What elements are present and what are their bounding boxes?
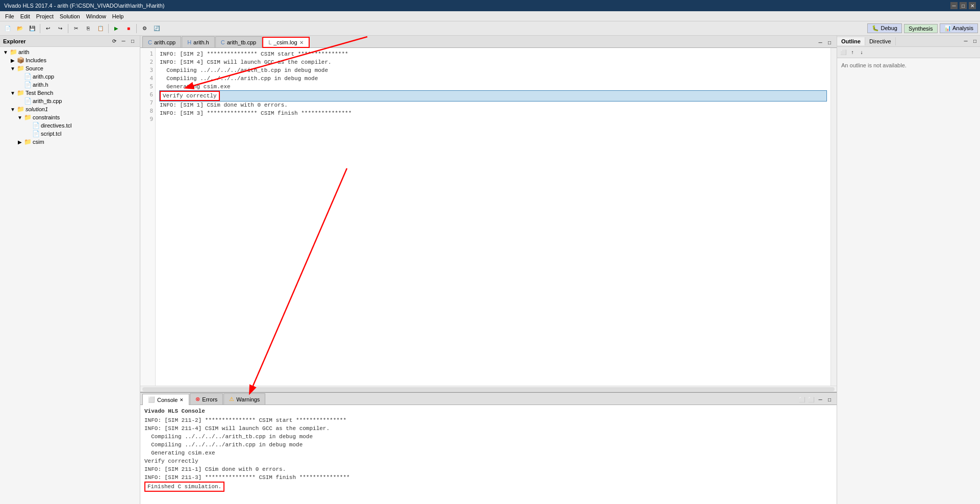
hscroll-bar[interactable]: [142, 387, 835, 391]
console-maximize-icon[interactable]: □: [825, 395, 834, 404]
toolbar-run[interactable]: ▶: [111, 23, 122, 34]
tab-arith-h-icon: H: [187, 39, 191, 45]
console-icon-1[interactable]: ⬜: [798, 395, 806, 404]
log-content[interactable]: INFO: [SIM 2] *************** CSIM start…: [156, 48, 831, 386]
toolbar-stop[interactable]: ■: [123, 23, 134, 34]
outline-toolbar-btn-2[interactable]: ↑: [848, 48, 857, 57]
right-tab-directive[interactable]: Directive: [865, 37, 896, 45]
toolbar-new[interactable]: 📄: [2, 23, 13, 34]
toolbar-open[interactable]: 📂: [14, 23, 26, 34]
close-button[interactable]: ✕: [969, 2, 976, 9]
explorer-sync-icon[interactable]: ⟳: [110, 37, 118, 45]
tree-item-csim[interactable]: ▶ 📁 csim: [0, 138, 140, 146]
outline-toolbar-btn-3[interactable]: ↓: [858, 48, 866, 57]
title-bar-text: Vivado HLS 2017.4 - arith (F:\CSDN_VIVAD…: [4, 3, 950, 9]
tree-item-arith-cpp[interactable]: 📄 arith.cpp: [0, 72, 140, 81]
editor-minimize-icon[interactable]: ─: [816, 38, 824, 46]
console-output[interactable]: Vivado HLS Console INFO: [SIM 211-2] ***…: [140, 405, 837, 504]
toolbar-paste[interactable]: 📋: [95, 23, 106, 34]
editor-maximize-icon[interactable]: □: [825, 38, 834, 46]
log-line-8: INFO: [SIM 3] *************** CSIM finis…: [160, 109, 826, 117]
tab-csim-log-icon: L: [268, 39, 271, 45]
right-panel-maximize[interactable]: □: [971, 37, 979, 45]
toolbar-save[interactable]: 💾: [27, 23, 38, 34]
toolbar-undo[interactable]: ↩: [42, 23, 54, 34]
debug-button[interactable]: 🐛 Debug: [867, 23, 901, 33]
tab-arith-h[interactable]: H arith.h: [182, 36, 215, 47]
arith-label: arith: [18, 49, 29, 55]
console-icon-2[interactable]: ⬜: [807, 395, 815, 404]
console-tab-console-close[interactable]: ✕: [180, 397, 184, 402]
tree-item-directives[interactable]: 📄 directives.tcl: [0, 121, 140, 130]
synthesis-button[interactable]: Synthesis: [904, 24, 938, 33]
tree-item-arith[interactable]: ▼ 📁 arith: [0, 48, 140, 56]
right-panel-minimize[interactable]: ─: [962, 37, 970, 45]
console-tab-console[interactable]: ⬜ Console ✕: [142, 394, 189, 405]
csim-label: csim: [33, 139, 44, 145]
tree-item-source[interactable]: ▼ 📁 Source: [0, 64, 140, 72]
menu-edit[interactable]: Edit: [17, 12, 33, 20]
testbench-expand-arrow[interactable]: ▼: [9, 90, 16, 96]
arith-cpp-icon: 📄: [23, 73, 32, 80]
csim-folder-icon: 📁: [23, 138, 32, 145]
tree-item-testbench[interactable]: ▼ 📁 Test Bench: [0, 89, 140, 97]
menu-bar: File Edit Project Solution Window Help: [0, 11, 980, 21]
arith-expand-arrow[interactable]: ▼: [2, 49, 9, 55]
tree-item-script[interactable]: 📄 script.tcl: [0, 130, 140, 138]
analysis-button[interactable]: 📊 Analysis: [940, 23, 978, 33]
console-line-4: Compiling ../../../../arith.cpp in debug…: [144, 441, 833, 449]
menu-window[interactable]: Window: [83, 12, 109, 20]
tree-item-constraints[interactable]: ▼ 📁 constraints: [0, 113, 140, 121]
toolbar-sim[interactable]: 🔄: [151, 23, 162, 34]
arith-h-label: arith.h: [33, 82, 48, 88]
editor-vscroll[interactable]: [831, 48, 837, 386]
editor-tabs: C arith.cpp H arith.h C arith_tb.cpp L _…: [140, 36, 837, 48]
editor-area: C arith.cpp H arith.h C arith_tb.cpp L _…: [140, 36, 837, 504]
outline-toolbar-btn-1[interactable]: ⬜: [839, 48, 847, 57]
console-tab-console-label: Console: [157, 397, 178, 403]
tab-csim-log-close[interactable]: ✕: [299, 40, 304, 45]
console-line-1: INFO: [SIM 211-2] *************** CSIM s…: [144, 416, 833, 424]
explorer-minimize-icon[interactable]: ─: [119, 37, 128, 45]
right-tab-outline[interactable]: Outline: [837, 37, 865, 45]
tab-csim-log[interactable]: L _csim.log ✕: [262, 37, 310, 48]
tree-item-includes[interactable]: ▶ 📦 Includes: [0, 56, 140, 64]
solution1-expand-arrow[interactable]: ▼: [9, 107, 16, 112]
arith-cpp-label: arith.cpp: [33, 73, 54, 80]
minimize-button[interactable]: ─: [950, 2, 958, 9]
tree-item-solution1[interactable]: ▼ 📁 solution1: [0, 105, 140, 113]
tree-item-arith-tb[interactable]: 📄 arith_tb.cpp: [0, 97, 140, 105]
csim-expand-arrow[interactable]: ▶: [16, 139, 23, 145]
toolbar-redo[interactable]: ↪: [55, 23, 66, 34]
tree-item-arith-h[interactable]: 📄 arith.h: [0, 81, 140, 89]
toolbar-build[interactable]: ⚙: [139, 23, 150, 34]
console-line-5: Generating csim.exe: [144, 449, 833, 457]
explorer-maximize-icon[interactable]: □: [129, 37, 137, 45]
tab-arith-tb[interactable]: C arith_tb.cpp: [215, 36, 262, 47]
menu-solution[interactable]: Solution: [57, 12, 83, 20]
console-minimize-icon[interactable]: ─: [816, 395, 824, 404]
constraints-expand-arrow[interactable]: ▼: [16, 115, 23, 120]
source-label: Source: [26, 65, 43, 71]
menu-help[interactable]: Help: [109, 12, 127, 20]
console-tab-warnings[interactable]: ⚠ Warnings: [223, 393, 265, 405]
toolbar-sep-2: [68, 24, 68, 33]
maximize-button[interactable]: □: [960, 2, 967, 9]
console-tab-errors[interactable]: ⊗ Errors: [190, 393, 223, 405]
menu-project[interactable]: Project: [33, 12, 57, 20]
log-line-3: Compiling ../../../../arith_tb.cpp in de…: [160, 66, 826, 74]
menu-file[interactable]: File: [2, 12, 17, 20]
toolbar-copy[interactable]: ⎘: [83, 23, 94, 34]
window-controls[interactable]: ─ □ ✕: [950, 2, 976, 9]
solution1-folder-icon: 📁: [16, 106, 24, 113]
solution1-label: solution1: [26, 106, 48, 112]
includes-expand-arrow[interactable]: ▶: [9, 58, 16, 63]
log-line-5: Generating csim.exe: [160, 83, 826, 91]
editor-hscroll[interactable]: [140, 386, 837, 392]
source-expand-arrow[interactable]: ▼: [9, 66, 16, 71]
arith-folder-icon: 📁: [9, 48, 17, 56]
log-line-6: Verify correctly: [160, 91, 826, 101]
tab-arith-cpp[interactable]: C arith.cpp: [142, 36, 181, 47]
console-tabs-left: ⬜ Console ✕ ⊗ Errors ⚠ Warnings: [142, 393, 266, 405]
toolbar-cut[interactable]: ✂: [70, 23, 82, 34]
